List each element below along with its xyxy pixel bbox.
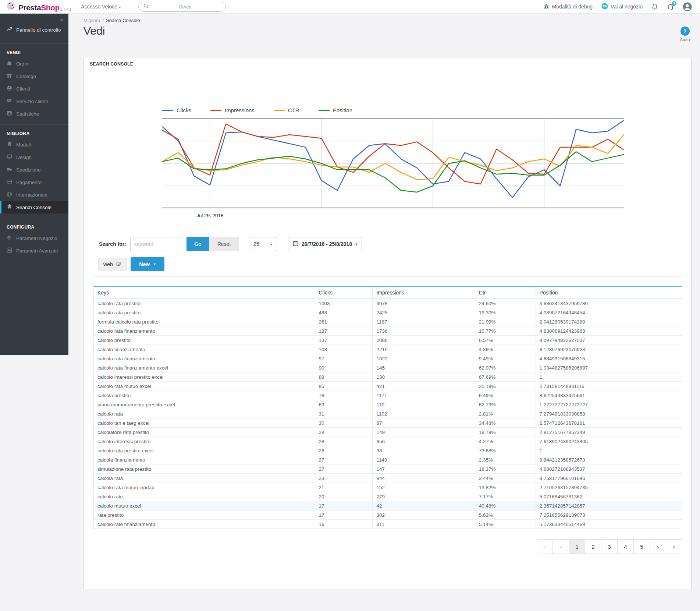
header-search-input[interactable]: [149, 4, 221, 10]
table-row[interactable]: calcolo rate202797.17%5.07168458781362: [94, 492, 682, 501]
table-cell: 2086: [373, 336, 475, 345]
web-filter-button[interactable]: web: [98, 258, 127, 271]
table-row[interactable]: calcola rata239442.44%8.753177966101696: [94, 474, 682, 483]
table-row[interactable]: calcolo rata finanziamento excel9014562.…: [94, 363, 682, 372]
avatar[interactable]: [683, 2, 692, 11]
table-cell: 1149: [373, 455, 475, 465]
page-button-5[interactable]: 5: [634, 539, 650, 554]
sidebar-section-title-configura: CONFIGURA: [0, 218, 68, 232]
table-cell: 1: [536, 372, 682, 382]
table-row[interactable]: calcolo interessi prestito286564.27%7.61…: [94, 437, 682, 446]
table-cell: calcolo tan e taeg excel: [94, 418, 315, 428]
quick-access-menu[interactable]: Accesso Veloce▾: [81, 4, 121, 10]
sidebar-nav: VENDIOrdiniCatalogoClientiServizio clien…: [0, 43, 68, 257]
table-row[interactable]: calcolo rata prestito1003407824.60%3.636…: [94, 299, 682, 308]
calendar-icon: [293, 241, 298, 247]
go-button[interactable]: Go: [186, 237, 209, 251]
chart-legend: ClicksImpressionsCTRPosition: [162, 107, 682, 113]
table-row[interactable]: calcolo prestito13720866.57%8.0977948226…: [94, 336, 682, 345]
breadcrumb-parent[interactable]: Migliora: [83, 18, 100, 23]
page-size-select[interactable]: 25 ▾: [249, 237, 277, 251]
sidebar-item-dashboard[interactable]: Pannello di controllo: [0, 23, 68, 39]
sidebar-item-statistiche[interactable]: Statistiche: [0, 107, 68, 120]
table-row[interactable]: calcolo rata mutuo excel8542120.19%2.731…: [94, 382, 682, 391]
sidebar-item-clienti[interactable]: Clienti: [0, 82, 68, 95]
table-row[interactable]: rata prestito173025.63%7.251655629139073: [94, 511, 682, 520]
search-console-panel: SEARCH CONSOLE ClicksImpressionsCTRPosit…: [83, 58, 692, 589]
table-cell: 21.99%: [475, 317, 536, 326]
header-search: [138, 2, 226, 12]
table-cell: 21: [315, 483, 373, 492]
prestashop-logo[interactable]: PrestaShop 1.7.4.1: [7, 1, 71, 12]
table-row[interactable]: calcola finanziamento2711492.35%9.844212…: [94, 455, 682, 465]
customers-icon: [7, 85, 12, 92]
breadcrumb-current: Search Console: [106, 18, 140, 23]
view-shop-link[interactable]: Vai al negozio: [601, 3, 643, 11]
notifications-bell-icon[interactable]: [651, 3, 658, 10]
table-cell: 16: [315, 520, 373, 529]
first-page-button[interactable]: «: [537, 539, 553, 554]
table-row[interactable]: calcolo rate finanziamento163115.14%5.17…: [94, 520, 682, 529]
previous-page-button[interactable]: ‹: [553, 539, 569, 554]
support-headset-icon[interactable]: 3: [667, 3, 674, 10]
table-cell: 30: [315, 418, 373, 428]
sidebar-item-servizio-clienti[interactable]: Servizio clienti: [0, 95, 68, 107]
next-page-button[interactable]: ›: [650, 539, 666, 554]
legend-swatch: [162, 110, 173, 111]
table-cell: 130: [373, 372, 475, 382]
page-button-3[interactable]: 3: [601, 539, 618, 554]
table-cell: calcolo rata finanziamento excel: [94, 363, 315, 372]
table-row[interactable]: piano ammortamento prestito excel6911062…: [94, 400, 682, 409]
table-row[interactable]: formula calcolo rata prestito261118721.9…: [94, 317, 682, 326]
last-page-button[interactable]: »: [666, 539, 682, 554]
table-row[interactable]: calcolatore rata prestito2814918.79%2.91…: [94, 428, 682, 437]
caret-down-icon: ▾: [271, 242, 273, 246]
sidebar-item-parametri-avanzati[interactable]: Parametri Avanzati: [0, 244, 68, 257]
reset-button[interactable]: Reset: [209, 237, 239, 251]
help-button[interactable]: ? Aiuto: [676, 27, 693, 42]
table-row[interactable]: calcola rata prestito468242519.30%4.0890…: [94, 308, 682, 317]
table-row[interactable]: calcolo interessi prestito excel8813067.…: [94, 372, 682, 382]
keyword-input[interactable]: [130, 237, 186, 251]
table-cell: 7.6189024390243905: [536, 437, 682, 446]
legend-swatch: [319, 110, 330, 111]
table-cell: piano ammortamento prestito excel: [94, 400, 315, 409]
table-cell: 311: [373, 520, 475, 529]
sidebar-item-ordini[interactable]: Ordini: [0, 57, 68, 70]
date-range-button[interactable]: 26/7/2018 - 25/8/2018 ▾: [288, 237, 362, 251]
table-row[interactable]: calcolo tan e taeg excel308734.48%2.5747…: [94, 418, 682, 428]
page-button-4[interactable]: 4: [618, 539, 634, 554]
sidebar-item-pagamento[interactable]: Pagamento: [0, 176, 68, 188]
new-button[interactable]: New ▾: [131, 257, 164, 271]
table-row[interactable]: calcolo rata3111022.81%7.279491833030853: [94, 409, 682, 418]
table-row[interactable]: calcolo finanziamento10822104.89%8.12307…: [94, 345, 682, 354]
page-button-1[interactable]: 1: [569, 539, 585, 554]
sidebar-collapse-button[interactable]: «: [0, 14, 68, 23]
sidebar-item-spedizione[interactable]: Spedizione: [0, 163, 68, 176]
table-cell: 187: [315, 326, 373, 336]
table-row[interactable]: calcolo rata prestito excel283873.68%1: [94, 446, 682, 455]
table-cell: 5.14%: [475, 520, 536, 529]
sidebar-item-search-console[interactable]: Search Console: [0, 201, 68, 213]
page-button-2[interactable]: 2: [585, 539, 601, 554]
sidebar-item-catalogo[interactable]: Catalogo: [0, 70, 68, 82]
table-row[interactable]: calcolo rata finanziamento187173610.77%4…: [94, 326, 682, 336]
sidebar-item-parametri-negozio[interactable]: Parametri Negozio: [0, 232, 68, 244]
table-cell: 28: [315, 437, 373, 446]
table-cell: 88: [315, 372, 373, 382]
table-row[interactable]: simulazione rata prestito2714718.37%4.68…: [94, 465, 682, 474]
sidebar-item-internazionale[interactable]: Internazionale: [0, 188, 68, 201]
table-row[interactable]: calcolo mutuo excel174240.48%2.357142857…: [94, 501, 682, 511]
debug-mode-button[interactable]: Modalità di debug: [543, 3, 593, 10]
table-cell: calcola rata prestito: [94, 308, 315, 317]
sidebar-item-moduli[interactable]: Moduli: [0, 138, 68, 151]
table-cell: calcolo rate: [94, 492, 315, 501]
chart-svg: Jul 29, 2018: [162, 119, 624, 221]
table-row[interactable]: calcolo rata mutuo inpdap2115213.82%2.71…: [94, 483, 682, 492]
eye-icon: [601, 3, 608, 11]
table-row[interactable]: calcola prestito7611716.49%8.62254483347…: [94, 391, 682, 400]
table-row[interactable]: calcola rata finanziamento9710229.49%4.6…: [94, 354, 682, 363]
bug-icon: [543, 3, 550, 10]
table-cell: 4.27%: [475, 437, 536, 446]
sidebar-item-design[interactable]: Design: [0, 151, 68, 163]
